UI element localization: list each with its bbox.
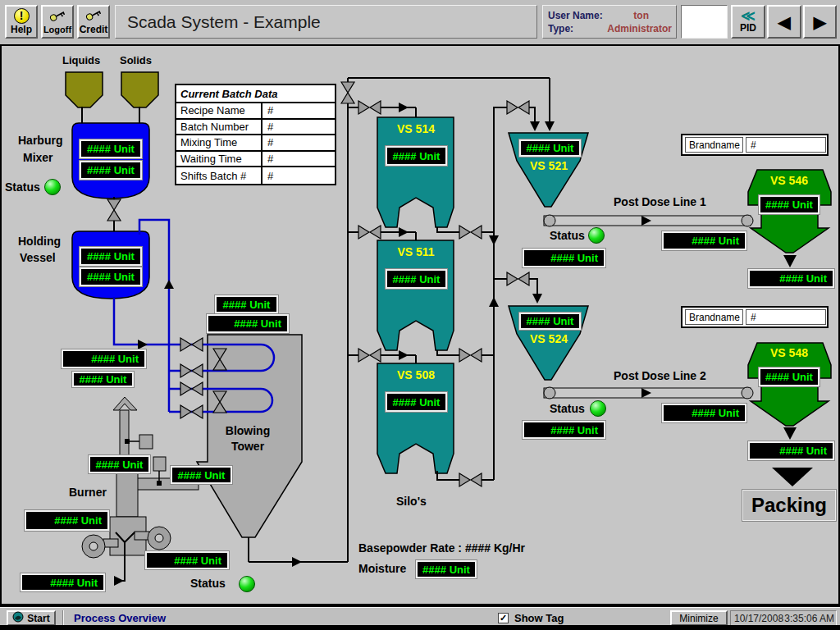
mixer-display-2: #### Unit — [80, 161, 142, 180]
start-button[interactable]: Start — [7, 610, 56, 626]
taskbar-divider — [62, 610, 64, 625]
blowing-tower-label-2: Tower — [215, 440, 281, 453]
vs508-display: #### Unit — [386, 392, 447, 412]
vs521-lower-display: #### Unit — [523, 249, 605, 267]
line2-display: #### Unit — [662, 404, 746, 422]
prev-page-button[interactable]: ◀ — [767, 5, 801, 39]
burner-display-1: #### Unit — [89, 455, 150, 473]
pipe-display-2: #### Unit — [72, 372, 134, 387]
holding-display-1: #### Unit — [80, 247, 142, 266]
table-row: Recipe Name # — [176, 103, 335, 120]
burner-display-4: #### Unit — [21, 573, 105, 591]
liquids-label: Liquids — [62, 54, 100, 66]
pid-label: PID — [740, 22, 756, 34]
arrow-left-icon: ◀ — [778, 14, 790, 30]
blowing-tower-label-1: Blowing — [215, 424, 281, 437]
vs514-display: #### Unit — [386, 146, 447, 166]
rewind-icon: ≪ — [741, 11, 756, 22]
show-tag-checkbox[interactable]: ✓ — [498, 613, 509, 623]
post-dose-line1-label: Post Dose Line 1 — [614, 195, 706, 208]
user-type-value: Administrator — [607, 22, 672, 35]
basepowder-rate-label: Basepowder Rate : #### Kg/Hr — [358, 541, 525, 555]
vs511-label: VS 511 — [384, 245, 448, 258]
screen-bottom-strip — [0, 625, 840, 630]
batch-row-label: Shifts Batch # — [176, 167, 262, 184]
vs546-lower-display: #### Unit — [748, 269, 834, 288]
vs524-lower-display: #### Unit — [523, 421, 605, 439]
batch-row-value: # — [262, 103, 335, 118]
burner-display-2: #### Unit — [171, 466, 232, 484]
brandname-box-2: Brandname # — [681, 306, 829, 328]
tower-display-1: #### Unit — [215, 295, 278, 313]
mixer-display-1: #### Unit — [80, 139, 142, 158]
brandname-label: Brandname — [685, 309, 743, 325]
blank-field[interactable] — [681, 5, 728, 39]
batch-row-value: # — [262, 120, 335, 135]
brandname-input[interactable]: # — [746, 309, 826, 325]
credit-button[interactable]: Credit — [77, 5, 110, 39]
batch-table-header: Current Batch Data — [176, 85, 335, 103]
brandname-label: Brandname — [685, 137, 743, 153]
batch-row-value: # — [262, 135, 335, 150]
start-label: Start — [27, 613, 49, 624]
vs521-label: VS 521 — [523, 159, 574, 172]
credit-label: Credit — [80, 24, 108, 35]
page-title: Scada System - Example — [115, 5, 537, 39]
vs521-display: #### Unit — [519, 139, 581, 157]
key-icon — [84, 8, 103, 24]
user-name-value: ton — [633, 9, 672, 22]
help-button[interactable]: ! Help — [5, 5, 38, 39]
batch-row-value: # — [262, 167, 335, 184]
show-tag-label: Show Tag — [514, 612, 564, 624]
packing-label: Packing — [742, 490, 836, 521]
burner-display-3: #### Unit — [25, 510, 109, 531]
table-row: Waiting Time # — [176, 152, 335, 168]
brandname-input[interactable]: # — [746, 137, 826, 153]
vs521-status-label: Status — [550, 229, 585, 242]
logoff-label: Logoff — [43, 25, 71, 34]
date-value: 10/17/2008 — [734, 613, 783, 624]
vs546-label: VS 546 — [761, 174, 817, 187]
vs511-display: #### Unit — [386, 269, 447, 289]
pid-button[interactable]: ≪ PID — [731, 5, 765, 39]
datetime-field: 10/17/2008 3:35:06 AM — [730, 610, 837, 626]
tower-display-2: #### Unit — [207, 314, 289, 333]
post-dose-line2-label: Post Dose Line 2 — [614, 369, 706, 382]
moisture-label: Moisture — [358, 562, 406, 575]
harburg-mixer-label-1: Harburg — [18, 134, 62, 147]
batch-row-label: Recipe Name — [176, 103, 262, 118]
vs548-label: VS 548 — [761, 346, 817, 359]
line1-display: #### Unit — [662, 231, 746, 250]
logoff-button[interactable]: Logoff — [41, 5, 74, 39]
solids-label: Solids — [120, 54, 152, 66]
table-row: Batch Number # — [176, 120, 335, 136]
batch-row-label: Mixing Time — [176, 135, 262, 150]
vs524-status-label: Status — [550, 402, 585, 415]
holding-vessel-label-2: Vessel — [20, 251, 56, 264]
burner-label: Burner — [69, 486, 107, 499]
time-value: 3:35:06 AM — [784, 613, 834, 624]
harburg-mixer-label-2: Mixer — [23, 151, 53, 164]
holding-display-2: #### Unit — [80, 267, 142, 286]
top-toolbar: ! Help Logoff Credit Scada System - Exam… — [0, 0, 840, 44]
vs524-display: #### Unit — [519, 313, 581, 330]
vs546-display: #### Unit — [759, 195, 819, 214]
next-page-button[interactable]: ▶ — [803, 5, 837, 39]
taskbar: Start Process Overview ✓ Show Tag Minimi… — [0, 605, 840, 625]
arrow-right-icon: ▶ — [814, 14, 826, 30]
brandname-box-1: Brandname # — [681, 134, 829, 156]
window-title: Process Overview — [74, 612, 166, 624]
vs524-label: VS 524 — [523, 332, 574, 345]
minimize-button[interactable]: Minimize — [670, 610, 728, 626]
moisture-display: #### Unit — [416, 560, 477, 578]
help-icon: ! — [14, 8, 30, 24]
vs548-lower-display: #### Unit — [748, 441, 834, 460]
vs508-label: VS 508 — [384, 368, 448, 381]
mixer-status-label: Status — [5, 180, 40, 194]
table-row: Shifts Batch # # — [176, 167, 335, 184]
silos-label: Silo's — [396, 495, 427, 508]
user-type-label: Type: — [548, 22, 573, 35]
batch-row-label: Waiting Time — [176, 152, 262, 167]
vs548-display: #### Unit — [759, 368, 819, 386]
batch-row-value: # — [262, 152, 335, 167]
